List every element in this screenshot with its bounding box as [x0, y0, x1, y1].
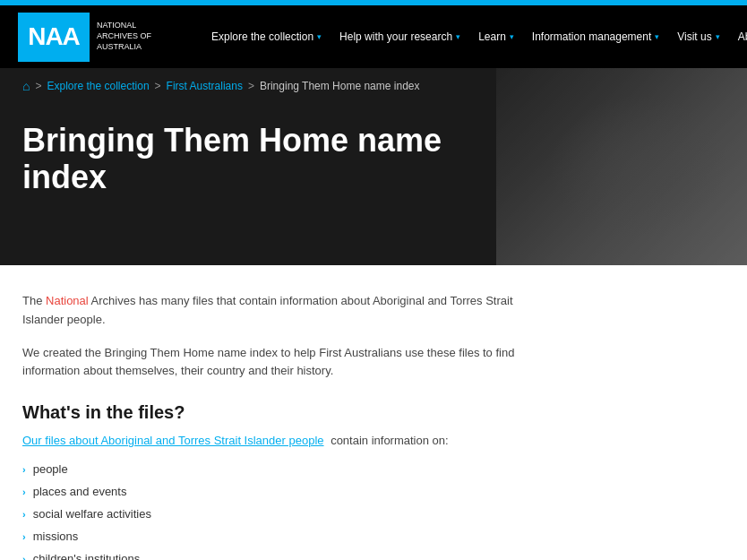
chevron-icon: ›	[22, 487, 26, 497]
chevron-icon: ›	[22, 531, 26, 542]
aboriginal-files-link[interactable]: Our files about Aboriginal and Torres St…	[22, 434, 324, 447]
list-item-label: places and events	[33, 485, 127, 498]
intro-paragraph-2: We created the Bringing Them Home name i…	[22, 344, 515, 382]
highlight-national: National	[46, 294, 89, 307]
list-item: › people	[22, 458, 515, 480]
breadcrumb-first-australians-link[interactable]: First Australians	[167, 80, 243, 92]
nav-help-research-arrow: ▾	[456, 32, 460, 41]
nav-learn-arrow: ▾	[510, 32, 514, 41]
contain-info-text: contain information on:	[328, 434, 449, 447]
header: NAA NATIONAL ARCHIVES OF AUSTRALIA Explo…	[0, 5, 747, 68]
list-item: › places and events	[22, 480, 515, 503]
breadcrumb-current: Bringing Them Home name index	[260, 80, 420, 92]
nav-help-research[interactable]: Help with your research ▾	[332, 23, 468, 50]
nav-about-us[interactable]: About us ▾	[731, 23, 747, 50]
nav-info-management-label: Information management	[532, 30, 651, 43]
list-item-label: missions	[33, 530, 79, 543]
files-link-line: Our files about Aboriginal and Torres St…	[22, 434, 515, 447]
breadcrumb-explore-link[interactable]: Explore the collection	[47, 80, 149, 92]
logo: NAA	[18, 13, 90, 62]
list-item: › social welfare activities	[22, 503, 515, 525]
whats-in-files-heading: What's in the files?	[22, 402, 515, 423]
logo-text: NAA	[28, 22, 80, 51]
nav-info-management-arrow: ▾	[655, 32, 659, 41]
nav-about-us-label: About us	[738, 30, 747, 43]
nav-visit-us-arrow: ▾	[716, 32, 720, 41]
nav-explore-collection-label: Explore the collection	[211, 30, 313, 43]
nav-explore-collection-arrow: ▾	[317, 32, 322, 41]
chevron-icon: ›	[22, 509, 26, 520]
list-item-label: people	[33, 462, 68, 476]
nav-visit-us[interactable]: Visit us ▾	[670, 23, 726, 50]
list-item: › children's institutions	[22, 547, 515, 560]
list-item-label: social welfare activities	[33, 507, 151, 521]
nav-explore-collection[interactable]: Explore the collection ▾	[204, 23, 329, 50]
nav-help-research-label: Help with your research	[339, 30, 452, 43]
nav-info-management[interactable]: Information management ▾	[525, 23, 666, 50]
chevron-icon: ›	[22, 464, 26, 475]
breadcrumb-sep-2: >	[155, 80, 161, 92]
nav-learn-label: Learn	[478, 30, 506, 43]
logo-subtitle: NATIONAL ARCHIVES OF AUSTRALIA	[97, 21, 177, 52]
nav-learn[interactable]: Learn ▾	[471, 23, 521, 50]
breadcrumb-sep-1: >	[35, 80, 41, 92]
list-item-label: children's institutions	[33, 552, 141, 560]
breadcrumb-home-icon[interactable]: ⌂	[22, 79, 30, 93]
logo-area: NAA NATIONAL ARCHIVES OF AUSTRALIA	[18, 13, 177, 62]
main-nav: Explore the collection ▾ Help with your …	[204, 23, 747, 50]
breadcrumb: ⌂ > Explore the collection > First Austr…	[0, 68, 747, 104]
chevron-icon: ›	[22, 554, 26, 560]
list-item: › missions	[22, 525, 515, 547]
content-list: › people › places and events › social we…	[22, 458, 515, 560]
main-content: The National Archives has many files tha…	[0, 265, 537, 560]
breadcrumb-sep-3: >	[248, 80, 254, 92]
nav-visit-us-label: Visit us	[677, 30, 711, 43]
page-title: Bringing Them Home name index	[0, 104, 466, 223]
intro-paragraph-1: The National Archives has many files tha…	[22, 292, 515, 330]
hero-section: ⌂ > Explore the collection > First Austr…	[0, 68, 747, 265]
